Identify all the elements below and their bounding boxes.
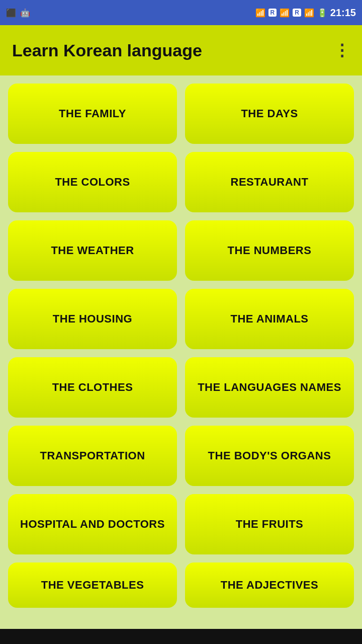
time-display: 21:15 — [330, 7, 356, 19]
battery-icon: 🔋 — [317, 8, 327, 18]
category-grid: THE FAMILY THE DAYS THE COLORS RESTAURAN… — [8, 84, 354, 608]
content-area: THE FAMILY THE DAYS THE COLORS RESTAURAN… — [0, 75, 362, 629]
card-colors[interactable]: THE COLORS — [8, 152, 177, 212]
card-family[interactable]: THE FAMILY — [8, 84, 177, 144]
card-animals[interactable]: THE ANIMALS — [185, 289, 354, 349]
card-vegetables[interactable]: THE VEGETABLES — [8, 562, 177, 608]
overflow-menu-icon[interactable]: ⋮ — [334, 41, 350, 60]
signal2-icon: R — [293, 9, 301, 17]
status-bar-right: 📶 R 📶 R 📶 🔋 21:15 — [255, 7, 356, 19]
app-bar: Learn Korean language ⋮ — [0, 25, 362, 75]
wifi-icon: 📶 — [255, 8, 265, 18]
usb-icon: ⬛ — [6, 8, 16, 18]
card-hospital[interactable]: HOSPITAL AND DOCTORS — [8, 494, 177, 554]
app-title: Learn Korean language — [12, 41, 202, 60]
card-body-organs[interactable]: THE BODY'S ORGANS — [185, 426, 354, 486]
card-clothes[interactable]: THE CLOTHES — [8, 357, 177, 418]
status-bar: ⬛ 🤖 📶 R 📶 R 📶 🔋 21:15 — [0, 0, 362, 25]
card-transportation[interactable]: TRANSPORTATION — [8, 426, 177, 486]
bottom-bar — [0, 629, 362, 644]
card-adjectives[interactable]: THE ADJECTIVES — [185, 562, 354, 608]
card-numbers[interactable]: THE NUMBERS — [185, 220, 354, 281]
android-icon: 🤖 — [20, 8, 30, 18]
card-days[interactable]: THE DAYS — [185, 84, 354, 144]
card-languages[interactable]: THE LANGUAGES NAMES — [185, 357, 354, 418]
card-housing[interactable]: THE HOUSING — [8, 289, 177, 349]
card-restaurant[interactable]: RESTAURANT — [185, 152, 354, 212]
card-fruits[interactable]: THE FRUITS — [185, 494, 354, 554]
signal-icon: R — [268, 9, 277, 17]
signal-bars2-icon: 📶 — [304, 8, 314, 18]
status-bar-left: ⬛ 🤖 — [6, 8, 30, 18]
signal-bars-icon: 📶 — [280, 8, 290, 18]
card-weather[interactable]: THE WEATHER — [8, 220, 177, 281]
